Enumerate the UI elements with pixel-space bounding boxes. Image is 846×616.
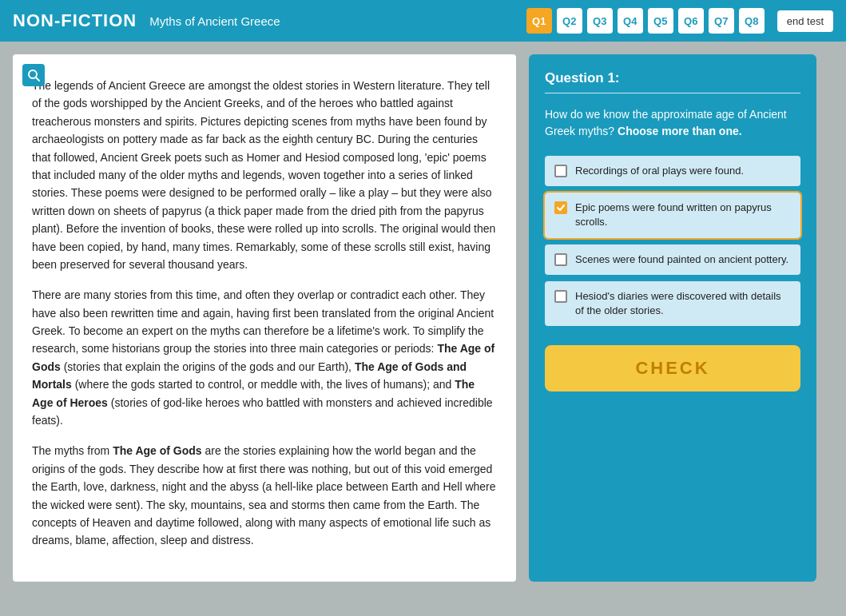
app-title: NON-FICTION [13, 10, 137, 31]
main-content: The legends of Ancient Greece are amongs… [0, 42, 846, 594]
svg-line-1 [36, 77, 39, 81]
answer-option-4[interactable]: Hesiod's diaries were discovered with de… [545, 281, 800, 326]
answer-label-1: Recordings of oral plays were found. [575, 164, 744, 178]
q-button-q4[interactable]: Q4 [618, 8, 643, 34]
passage-text: The legends of Ancient Greece are amongs… [32, 77, 497, 550]
question-title: Question 1: [545, 70, 800, 86]
answer-option-3[interactable]: Scenes were found painted on ancient pot… [545, 244, 800, 275]
answer-checkbox-3 [554, 253, 567, 266]
question-body: How do we know the approximate age of An… [545, 106, 800, 140]
q-button-q8[interactable]: Q8 [739, 8, 765, 34]
answer-option-1[interactable]: Recordings of oral plays were found. [545, 156, 800, 186]
answer-checkbox-4 [554, 290, 567, 303]
q-button-q3[interactable]: Q3 [587, 8, 613, 34]
answer-checkbox-2 [554, 201, 567, 214]
q-button-q1[interactable]: Q1 [526, 8, 552, 34]
q-button-q2[interactable]: Q2 [557, 8, 582, 34]
answer-label-3: Scenes were found painted on ancient pot… [575, 252, 788, 267]
passage-paragraph: The legends of Ancient Greece are amongs… [32, 77, 497, 273]
answer-checkbox-1 [554, 165, 567, 177]
app-subtitle: Myths of Ancient Greece [149, 14, 280, 28]
question-instruction: Choose more than one. [618, 125, 742, 137]
passage-paragraph: There are many stories from this time, a… [32, 286, 497, 429]
answer-label-4: Hesiod's diaries were discovered with de… [575, 289, 791, 318]
passage-icon [22, 64, 45, 86]
answer-options: Recordings of oral plays were found.Epic… [545, 156, 800, 326]
q-button-q7[interactable]: Q7 [709, 8, 734, 34]
q-button-q6[interactable]: Q6 [678, 8, 704, 34]
end-test-button[interactable]: end test [777, 10, 833, 32]
question-nav: Q1Q2Q3Q4Q5Q6Q7Q8 [526, 8, 765, 34]
q-button-q5[interactable]: Q5 [648, 8, 673, 34]
answer-label-2: Epic poems were found written on papyrus… [575, 201, 791, 229]
check-button[interactable]: CHECK [545, 345, 800, 391]
passage-panel: The legends of Ancient Greece are amongs… [13, 54, 516, 582]
passage-paragraph: The myths from The Age of Gods are the s… [32, 442, 497, 549]
answer-option-2[interactable]: Epic poems were found written on papyrus… [545, 193, 800, 237]
header: NON-FICTION Myths of Ancient Greece Q1Q2… [0, 0, 846, 42]
question-panel: Question 1: How do we know the approxima… [529, 54, 816, 582]
